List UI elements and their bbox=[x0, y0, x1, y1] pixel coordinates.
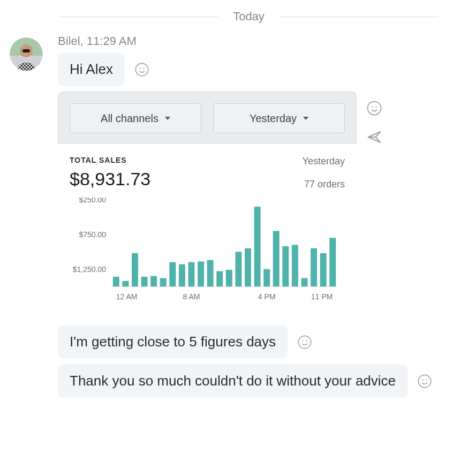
svg-rect-29 bbox=[245, 248, 251, 286]
period-dropdown[interactable]: Yesterday bbox=[213, 103, 345, 133]
divider-line-left bbox=[59, 17, 218, 17]
svg-point-50 bbox=[423, 379, 424, 380]
svg-point-45 bbox=[376, 106, 377, 107]
svg-rect-22 bbox=[179, 265, 185, 286]
svg-rect-24 bbox=[198, 261, 204, 286]
svg-point-51 bbox=[426, 379, 427, 380]
channels-dropdown[interactable]: All channels bbox=[70, 103, 201, 133]
message-meta: Bilel, 11:29 AM bbox=[58, 34, 460, 48]
svg-point-10 bbox=[143, 67, 144, 69]
svg-point-9 bbox=[139, 67, 140, 69]
svg-rect-16 bbox=[122, 281, 129, 286]
svg-rect-25 bbox=[207, 260, 214, 286]
share-icon[interactable] bbox=[366, 129, 382, 145]
svg-text:$1,250.00: $1,250.00 bbox=[73, 265, 106, 274]
svg-point-44 bbox=[372, 106, 373, 107]
svg-rect-19 bbox=[150, 276, 157, 286]
svg-rect-37 bbox=[320, 253, 327, 286]
svg-rect-30 bbox=[254, 207, 261, 286]
svg-rect-26 bbox=[216, 271, 223, 286]
svg-text:$750.00: $750.00 bbox=[79, 230, 106, 239]
svg-rect-17 bbox=[132, 253, 138, 286]
message-bubble[interactable]: I'm getting close to 5 figures days bbox=[58, 325, 288, 359]
svg-rect-33 bbox=[282, 246, 289, 286]
total-sales-orders: 77 orders bbox=[303, 179, 345, 190]
svg-rect-31 bbox=[263, 269, 270, 286]
sender-name: Bilel bbox=[58, 34, 80, 48]
svg-rect-18 bbox=[141, 277, 148, 286]
react-icon[interactable] bbox=[297, 335, 312, 350]
message-text: I'm getting close to 5 figures days bbox=[70, 334, 276, 350]
total-sales-period: Yesterday bbox=[303, 156, 345, 167]
total-sales-amount: $8,931.73 bbox=[70, 169, 150, 190]
react-icon[interactable] bbox=[134, 62, 149, 77]
svg-text:4 PM: 4 PM bbox=[258, 292, 276, 301]
date-divider: Today bbox=[59, 10, 439, 24]
react-icon[interactable] bbox=[417, 374, 432, 389]
svg-point-43 bbox=[368, 102, 381, 115]
svg-rect-15 bbox=[113, 277, 119, 286]
svg-rect-27 bbox=[226, 270, 232, 286]
svg-point-49 bbox=[418, 375, 431, 387]
svg-rect-34 bbox=[292, 245, 298, 286]
svg-rect-28 bbox=[235, 252, 242, 286]
total-sales-label: TOTAL SALES bbox=[70, 156, 150, 164]
react-icon[interactable] bbox=[366, 100, 382, 116]
avatar[interactable] bbox=[10, 37, 43, 71]
channels-dropdown-label: All channels bbox=[101, 112, 159, 125]
svg-rect-4 bbox=[22, 49, 30, 52]
svg-text:12 AM: 12 AM bbox=[116, 292, 138, 301]
svg-rect-21 bbox=[169, 262, 176, 286]
svg-point-46 bbox=[298, 336, 311, 348]
svg-text:$250.00: $250.00 bbox=[79, 198, 106, 204]
divider-line-right bbox=[280, 17, 439, 17]
svg-point-8 bbox=[135, 63, 148, 75]
sender-time: 11:29 AM bbox=[87, 34, 137, 48]
message-text: Hi Alex bbox=[70, 61, 113, 77]
svg-rect-32 bbox=[273, 231, 280, 286]
svg-text:11 PM: 11 PM bbox=[311, 292, 333, 301]
svg-rect-36 bbox=[311, 248, 317, 286]
svg-point-47 bbox=[303, 340, 304, 341]
svg-rect-35 bbox=[301, 278, 307, 286]
svg-rect-20 bbox=[160, 278, 167, 286]
sales-bar-chart: $1,250.00$750.00$250.0012 AM8 AM4 PM11 P… bbox=[70, 198, 345, 307]
message-text: Thank you so much couldn't do it without… bbox=[70, 373, 396, 389]
chevron-down-icon bbox=[165, 117, 170, 120]
divider-label: Today bbox=[218, 10, 280, 24]
svg-point-48 bbox=[306, 340, 307, 341]
chevron-down-icon bbox=[303, 117, 308, 120]
svg-rect-38 bbox=[329, 238, 336, 286]
svg-text:8 AM: 8 AM bbox=[183, 292, 200, 301]
svg-rect-23 bbox=[188, 262, 194, 286]
period-dropdown-label: Yesterday bbox=[250, 112, 297, 125]
sales-screenshot[interactable]: All channels Yesterday TOTAL SALES bbox=[58, 92, 357, 320]
message-bubble[interactable]: Hi Alex bbox=[58, 52, 125, 86]
message-bubble[interactable]: Thank you so much couldn't do it without… bbox=[58, 364, 408, 398]
